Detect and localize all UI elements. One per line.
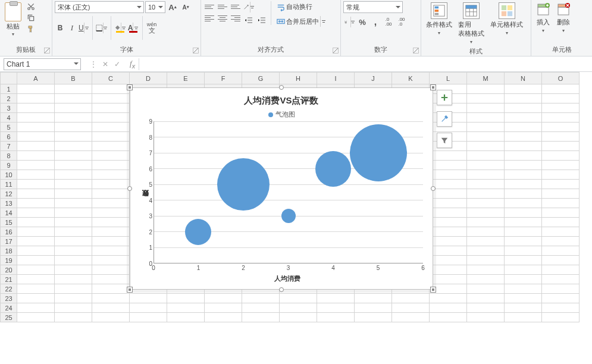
- cell[interactable]: [55, 84, 92, 94]
- cell[interactable]: [542, 180, 580, 189]
- percent-format-icon[interactable]: %: [356, 16, 368, 28]
- column-header[interactable]: B: [55, 73, 92, 84]
- cell[interactable]: [542, 294, 580, 303]
- row-header[interactable]: 25: [1, 313, 17, 322]
- cell[interactable]: [17, 94, 55, 103]
- cell[interactable]: [17, 227, 55, 237]
- cell[interactable]: [430, 237, 467, 246]
- cell[interactable]: [130, 313, 167, 322]
- cell[interactable]: [17, 246, 55, 256]
- column-header[interactable]: K: [392, 73, 430, 84]
- cell[interactable]: [505, 208, 542, 218]
- row-header[interactable]: 24: [1, 303, 17, 313]
- resize-handle-e[interactable]: [431, 186, 436, 191]
- cell[interactable]: [392, 303, 430, 313]
- cell[interactable]: [542, 218, 580, 227]
- cell[interactable]: [167, 313, 205, 322]
- cell[interactable]: [280, 294, 317, 303]
- align-left-icon[interactable]: [203, 13, 215, 24]
- fill-color-button[interactable]: [114, 22, 126, 34]
- cell[interactable]: [55, 132, 92, 142]
- name-box[interactable]: Chart 1: [4, 58, 81, 70]
- cell[interactable]: [55, 227, 92, 237]
- cell[interactable]: [317, 313, 355, 322]
- cell[interactable]: [130, 303, 167, 313]
- cell[interactable]: [467, 103, 505, 113]
- cell[interactable]: [17, 151, 55, 161]
- row-header[interactable]: 10: [1, 170, 17, 180]
- cell[interactable]: [55, 180, 92, 189]
- cell[interactable]: [467, 246, 505, 256]
- font-name-combo[interactable]: 宋体 (正文): [55, 1, 144, 13]
- cell[interactable]: [430, 199, 467, 208]
- chart-elements-button[interactable]: [437, 90, 452, 105]
- column-header[interactable]: F: [205, 73, 242, 84]
- cell[interactable]: [92, 218, 130, 227]
- cell[interactable]: [430, 294, 467, 303]
- cell[interactable]: [542, 303, 580, 313]
- cell[interactable]: [92, 170, 130, 180]
- cell[interactable]: [92, 256, 130, 265]
- cell[interactable]: [505, 256, 542, 265]
- row-header[interactable]: 2: [1, 94, 17, 103]
- cell[interactable]: [505, 123, 542, 132]
- cell[interactable]: [55, 303, 92, 313]
- cell[interactable]: [505, 313, 542, 322]
- cell[interactable]: [542, 103, 580, 113]
- column-header[interactable]: E: [167, 73, 205, 84]
- row-header[interactable]: 16: [1, 227, 17, 237]
- font-color-button[interactable]: A: [127, 22, 139, 34]
- conditional-format-button[interactable]: 条件格式 ▾: [424, 1, 455, 37]
- cell[interactable]: [542, 94, 580, 103]
- cell[interactable]: [505, 265, 542, 275]
- cell[interactable]: [92, 208, 130, 218]
- cell[interactable]: [280, 303, 317, 313]
- decrease-font-icon[interactable]: A▾: [180, 1, 192, 13]
- cell[interactable]: [92, 123, 130, 132]
- cell[interactable]: [505, 237, 542, 246]
- cell[interactable]: [542, 113, 580, 123]
- cell[interactable]: [55, 208, 92, 218]
- increase-indent-icon[interactable]: [256, 14, 268, 26]
- row-header[interactable]: 1: [1, 84, 17, 94]
- column-header[interactable]: L: [430, 73, 467, 84]
- cell[interactable]: [17, 265, 55, 275]
- cell[interactable]: [505, 294, 542, 303]
- resize-handle-ne[interactable]: [430, 84, 436, 90]
- cell-style-button[interactable]: 单元格样式 ▾: [488, 1, 525, 37]
- cell[interactable]: [17, 199, 55, 208]
- row-header[interactable]: 23: [1, 294, 17, 303]
- cell[interactable]: [55, 151, 92, 161]
- cell[interactable]: [205, 313, 242, 322]
- cell[interactable]: [542, 256, 580, 265]
- cell[interactable]: [17, 303, 55, 313]
- insert-button[interactable]: 插入 ▾: [534, 1, 553, 34]
- cell[interactable]: [55, 142, 92, 151]
- cell[interactable]: [317, 294, 355, 303]
- formula-menu-icon[interactable]: ⋮: [89, 60, 98, 68]
- cell[interactable]: [92, 199, 130, 208]
- cell[interactable]: [430, 189, 467, 199]
- cell[interactable]: [467, 218, 505, 227]
- column-header[interactable]: C: [92, 73, 130, 84]
- cell[interactable]: [430, 208, 467, 218]
- cell[interactable]: [430, 161, 467, 170]
- row-header[interactable]: 22: [1, 284, 17, 294]
- copy-icon[interactable]: [25, 12, 37, 23]
- cell[interactable]: [505, 151, 542, 161]
- row-header[interactable]: 9: [1, 161, 17, 170]
- row-header[interactable]: 11: [1, 180, 17, 189]
- cell[interactable]: [92, 113, 130, 123]
- cell[interactable]: [17, 313, 55, 322]
- table-format-button[interactable]: 套用 表格格式 ▾: [456, 1, 487, 46]
- bold-button[interactable]: B: [55, 22, 65, 34]
- cell[interactable]: [55, 170, 92, 180]
- bubble-point[interactable]: [185, 219, 211, 245]
- cell[interactable]: [92, 303, 130, 313]
- cell[interactable]: [55, 199, 92, 208]
- cell[interactable]: [17, 170, 55, 180]
- cell[interactable]: [542, 284, 580, 294]
- cell[interactable]: [467, 132, 505, 142]
- cell[interactable]: [467, 275, 505, 284]
- cell[interactable]: [17, 237, 55, 246]
